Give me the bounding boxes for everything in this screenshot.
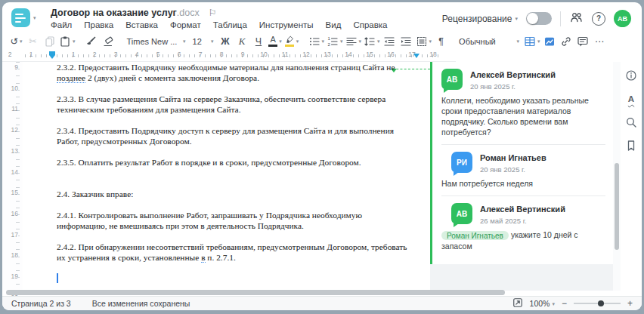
chevron-down-icon: ▾	[429, 38, 432, 44]
copy-button[interactable]	[42, 34, 57, 49]
image-icon	[543, 35, 556, 48]
align-button[interactable]: ▾	[345, 34, 363, 49]
paste-icon	[59, 35, 71, 48]
underline-button[interactable]: Ч	[251, 34, 267, 49]
zoom-level-select[interactable]: 100% ▾	[530, 299, 555, 308]
increase-indent-icon	[400, 35, 412, 48]
italic-button[interactable]: К	[234, 34, 250, 49]
numbered-list-icon: 1 2	[327, 35, 339, 48]
indent-marker[interactable]	[49, 51, 55, 55]
help-icon[interactable]: ?	[592, 12, 605, 26]
collaborators-icon[interactable]	[569, 11, 584, 26]
menu-item[interactable]: Формат	[170, 20, 201, 29]
chevron-down-icon: ▾	[183, 38, 186, 44]
user-avatar[interactable]: АВ	[614, 10, 631, 27]
chevron-down-icon: ▾	[552, 301, 555, 306]
document-title: Договор на оказание услуг.docx	[51, 8, 200, 18]
document-paragraph: 2.3.2. Предоставить Подрядчику необходим…	[57, 62, 410, 83]
document-text[interactable]: 2.3.2. Предоставить Подрядчику необходим…	[57, 62, 410, 283]
menu-item[interactable]: Файл	[51, 20, 72, 29]
zoom-slider-handle[interactable]	[598, 300, 604, 306]
horizontal-ruler[interactable]: 12123456789101112131415161718	[2, 50, 456, 62]
menu-item[interactable]: Инструменты	[259, 20, 314, 29]
zoom-slider[interactable]	[574, 303, 621, 304]
info-icon[interactable]	[625, 69, 637, 82]
menu-item[interactable]: Справка	[353, 20, 387, 29]
eraser-icon	[102, 35, 114, 48]
comment-date: 26 май 2025 г.	[480, 217, 565, 225]
vertical-ruler[interactable]: 91011121314151617181920	[2, 62, 23, 291]
paragraph-style-value: Обычный	[459, 37, 496, 46]
increase-indent-button[interactable]	[398, 34, 414, 49]
search-icon[interactable]	[625, 116, 637, 128]
right-sidebar: А	[621, 62, 642, 291]
fit-to-width-icon[interactable]	[512, 297, 523, 309]
comment-item[interactable]: РИ Роман Игнатьев 20 янв 2025 г. Нам пот…	[441, 144, 605, 189]
bullet-list-icon	[308, 35, 320, 48]
right-margin-marker[interactable]	[413, 54, 420, 58]
numbered-list-button[interactable]: 1 2 ▾	[326, 34, 344, 49]
vertical-scrollbar[interactable]	[613, 62, 621, 291]
bold-button[interactable]: Ж	[218, 34, 234, 49]
font-color-button[interactable]: А ▾	[268, 34, 283, 49]
divider	[560, 11, 561, 26]
paragraph-style-select[interactable]: Обычный▾	[456, 34, 522, 49]
horizontal-scrollbar-thumb[interactable]	[6, 290, 505, 295]
line-spacing-icon	[364, 35, 376, 48]
app-menu-button[interactable]: ▾	[11, 8, 36, 27]
comment-item[interactable]: АВ Алексей Вертинский 26 май 2025 г. Ром…	[441, 195, 605, 251]
document-title-row: Договор на оказание услуг.docx ⚐	[51, 8, 216, 18]
review-mode-button[interactable]: Рецензирование ▾	[442, 14, 518, 24]
font-size-value: 12	[193, 37, 202, 46]
chevron-down-icon: ▾	[322, 38, 325, 44]
menu-item[interactable]: Таблица	[213, 20, 247, 29]
insert-link-button[interactable]	[559, 34, 574, 49]
document-page[interactable]: 2.3.2. Предоставить Подрядчику необходим…	[23, 62, 430, 291]
vertical-scrollbar-thumb[interactable]	[615, 163, 619, 250]
format-painter-button[interactable]	[84, 34, 100, 49]
bullet-list-button[interactable]: ▾	[308, 34, 326, 49]
app-logo-icon	[11, 8, 30, 27]
undo-button[interactable]: ↺▾	[8, 34, 24, 49]
zoom-in-button[interactable]: +	[627, 298, 633, 309]
comment-author-avatar: РИ	[451, 152, 472, 173]
mention-pill[interactable]: Роман Игнатьев	[441, 231, 509, 240]
header-right: Рецензирование ▾ ? АВ	[442, 10, 631, 27]
comment-text: Коллеги, необходимо указать реальные сро…	[441, 95, 605, 137]
save-status: Все изменения сохранены	[92, 299, 190, 308]
spellcheck-icon[interactable]: А	[628, 93, 634, 105]
menu-item[interactable]: Правка	[84, 20, 113, 29]
comment-thread-card[interactable]: АВ Алексей Вертинский 20 янв 2025 г. Кол…	[430, 62, 613, 264]
comment-text: Нам потребуется неделя	[441, 178, 605, 189]
document-paragraph: 2.3.4. Предоставить Подрядчику доступ к …	[57, 125, 410, 146]
flag-icon[interactable]: ⚐	[209, 8, 217, 18]
insert-image-button[interactable]	[542, 34, 558, 49]
paste-button[interactable]: ▾	[58, 34, 76, 49]
comment-author-avatar: АВ	[441, 69, 463, 90]
menu-item[interactable]: Вставка	[125, 20, 158, 29]
page-indicator[interactable]: Страница 2 из 3	[11, 299, 71, 308]
link-icon	[560, 35, 572, 48]
comment-author-name: Алексей Вертинский	[480, 203, 565, 214]
ruler-ticks	[25, 54, 442, 57]
paragraph-settings-button[interactable]: ▾	[415, 34, 433, 49]
menu-item[interactable]: Вид	[326, 20, 342, 29]
zoom-out-button[interactable]: −	[562, 298, 567, 309]
font-name-select[interactable]: Times New ...▾	[124, 34, 189, 49]
chevron-down-icon: ▾	[517, 38, 520, 44]
bookmark-icon[interactable]	[625, 140, 637, 152]
comment-author-name: Алексей Вертинский	[470, 69, 556, 80]
highlight-color-button[interactable]: ▾	[284, 34, 300, 49]
insert-comment-button[interactable]	[575, 34, 591, 49]
more-tools-button[interactable]: ⋯	[592, 34, 608, 49]
review-toggle[interactable]	[526, 12, 552, 25]
show-formatting-marks-button[interactable]: ¶	[433, 34, 449, 49]
decrease-indent-button[interactable]	[382, 34, 398, 49]
insert-table-button[interactable]: ▾	[523, 34, 541, 49]
cut-button[interactable]: ✂	[25, 34, 41, 49]
comment-item[interactable]: АВ Алексей Вертинский 20 янв 2025 г. Кол…	[441, 69, 605, 137]
line-spacing-button[interactable]: ▾	[363, 34, 381, 49]
font-color-icon: А	[268, 35, 277, 47]
clear-formatting-button[interactable]	[101, 34, 116, 49]
font-size-select[interactable]: 12▾	[190, 34, 217, 49]
